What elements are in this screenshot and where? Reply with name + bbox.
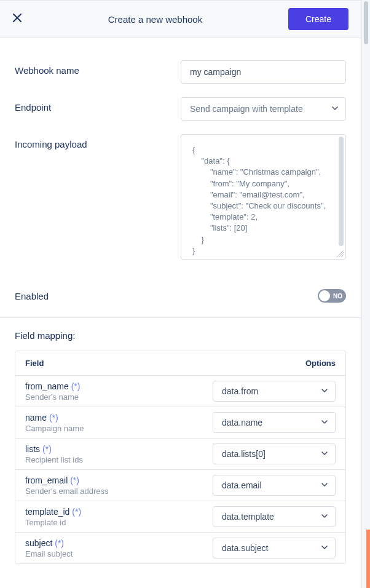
mapping-field-name: from_name (*): [25, 381, 213, 391]
required-marker: (*): [55, 538, 64, 548]
mapping-value-display: data.email: [213, 475, 336, 496]
mapping-value-display: data.template: [213, 506, 336, 527]
required-marker: (*): [72, 507, 81, 517]
payload-scrollbar[interactable]: [339, 137, 344, 246]
page-scrollbar-track[interactable]: [361, 0, 370, 588]
scroll-accent-indicator: [366, 530, 370, 588]
endpoint-select[interactable]: Send campaign with template: [181, 97, 346, 121]
header: Create a new webhook Create: [0, 0, 361, 38]
mapping-value-select[interactable]: data.from: [213, 381, 336, 402]
resize-handle-icon[interactable]: [336, 250, 344, 257]
mapping-field-desc: Template id: [25, 518, 213, 527]
mapping-value-select[interactable]: data.name: [213, 412, 336, 433]
enabled-toggle-text: NO: [333, 293, 342, 300]
mapping-field-cell: from_email (*)Sender's email address: [25, 475, 213, 496]
mapping-field-cell: lists (*)Recipient list ids: [25, 444, 213, 464]
table-row: from_name (*)Sender's namedata.from: [15, 376, 345, 407]
mapping-field-desc: Sender's name: [25, 392, 213, 402]
create-button[interactable]: Create: [288, 8, 348, 30]
required-marker: (*): [71, 381, 81, 391]
mapping-value-display: data.name: [213, 412, 336, 433]
mapping-field-cell: from_name (*)Sender's name: [25, 381, 213, 402]
mapping-value-select[interactable]: data.email: [213, 475, 336, 496]
close-icon[interactable]: [12, 13, 22, 25]
page-title: Create a new webhook: [22, 14, 288, 25]
table-row: name (*)Campaign namedata.name: [15, 407, 345, 439]
mapping-field-name: template_id (*): [25, 507, 213, 517]
mapping-field-name: lists (*): [25, 444, 213, 454]
required-marker: (*): [70, 475, 79, 485]
mapping-field-desc: Email subject: [25, 549, 213, 558]
mapping-field-desc: Recipient list ids: [25, 455, 213, 464]
mapping-field-name: subject (*): [25, 538, 213, 548]
mapping-field-desc: Sender's email address: [25, 487, 213, 496]
col-header-options: Options: [213, 359, 336, 368]
mapping-value-display: data.lists[0]: [213, 443, 336, 464]
mapping-field-name: from_email (*): [25, 475, 213, 485]
mapping-table: Field Options from_name (*)Sender's name…: [15, 351, 346, 564]
table-row: from_email (*)Sender's email addressdata…: [15, 470, 345, 501]
table-row: lists (*)Recipient list idsdata.lists[0]: [15, 439, 345, 470]
required-marker: (*): [49, 413, 58, 423]
mapping-value-select[interactable]: data.template: [213, 506, 336, 527]
mapping-field-desc: Campaign name: [25, 424, 213, 433]
page-scrollbar-thumb[interactable]: [364, 1, 368, 44]
enabled-toggle[interactable]: NO: [318, 289, 346, 303]
mapping-value-display: data.from: [213, 381, 336, 402]
col-header-field: Field: [25, 359, 213, 368]
toggle-knob: [319, 290, 330, 301]
table-row: template_id (*)Template iddata.template: [15, 501, 345, 533]
mapping-value-select[interactable]: data.lists[0]: [213, 443, 336, 464]
mapping-value-display: data.subject: [213, 538, 336, 558]
mapping-title: Field mapping:: [15, 330, 346, 341]
mapping-field-cell: template_id (*)Template id: [25, 507, 213, 527]
webhook-name-input[interactable]: [181, 60, 346, 84]
enabled-label: Enabled: [15, 291, 49, 301]
mapping-field-name: name (*): [25, 413, 213, 423]
webhook-name-label: Webhook name: [15, 60, 181, 76]
endpoint-label: Endpoint: [15, 97, 181, 113]
table-row: subject (*)Email subjectdata.subject: [15, 533, 345, 563]
endpoint-select-value: Send campaign with template: [181, 97, 346, 121]
payload-textarea[interactable]: { "data": { "name": "Christmas campaign"…: [181, 134, 346, 260]
payload-label: Incoming payload: [15, 134, 181, 149]
mapping-value-select[interactable]: data.subject: [213, 538, 336, 558]
mapping-field-cell: name (*)Campaign name: [25, 413, 213, 433]
mapping-field-cell: subject (*)Email subject: [25, 538, 213, 558]
required-marker: (*): [42, 444, 52, 454]
